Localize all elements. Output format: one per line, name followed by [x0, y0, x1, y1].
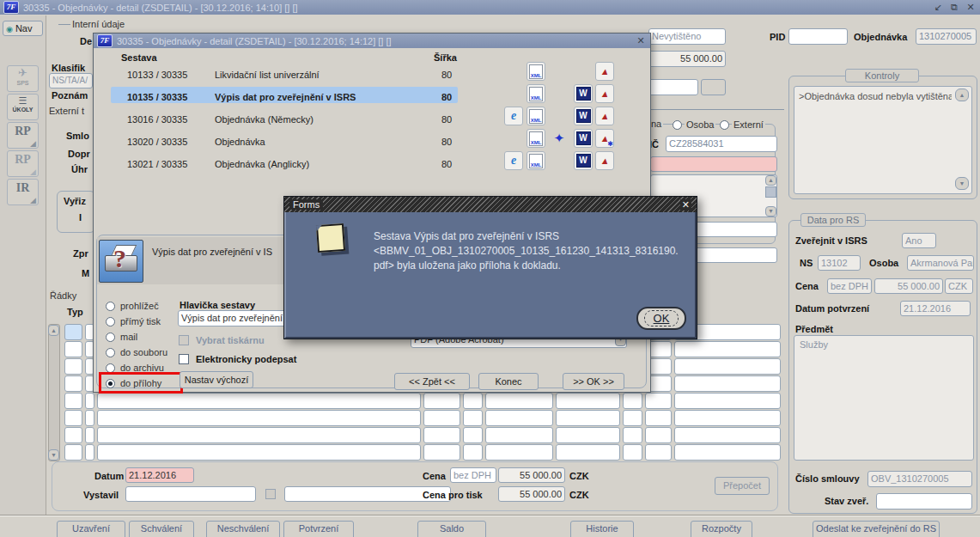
grid-cell[interactable] [674, 444, 781, 461]
grid-cell[interactable] [674, 341, 781, 357]
browser-icon[interactable]: e [504, 107, 523, 125]
grid-cell[interactable] [423, 393, 460, 409]
podepsat-checkbox[interactable] [179, 354, 189, 364]
amount-field[interactable]: 55 000.00 [648, 51, 726, 67]
grid-cell[interactable] [423, 427, 460, 443]
grid-cell[interactable] [64, 427, 82, 443]
cena-value-field[interactable]: 55 000.00 [498, 467, 565, 483]
footer-button-rozpocty[interactable]: Rozpočty [691, 521, 752, 537]
output-prohlizec-radio[interactable] [106, 302, 115, 311]
word-icon[interactable]: W [574, 84, 593, 103]
xml-icon[interactable]: XML [527, 107, 545, 125]
output-do-souboru-radio[interactable] [106, 348, 115, 357]
vystavil-field[interactable] [125, 486, 256, 502]
grid-cell[interactable] [623, 410, 642, 426]
listbox-scroll-down-icon[interactable]: ▼ [765, 206, 776, 217]
kontroly-list[interactable] [794, 86, 972, 194]
grid-cell[interactable] [674, 410, 781, 426]
grid-cell[interactable] [485, 393, 553, 409]
kontroly-scroll-up-icon[interactable]: ▲ [955, 88, 969, 101]
grid-cell[interactable] [64, 444, 82, 461]
grid-cell[interactable] [623, 427, 642, 443]
grid-cell[interactable] [85, 410, 94, 426]
ns-value-field[interactable]: 13102 [818, 255, 861, 271]
toolbar-button-ir[interactable]: IR ◢ [7, 179, 39, 205]
grid-cell[interactable] [85, 427, 94, 443]
nastav-vychozi-button[interactable]: Nastav výchozí [180, 371, 253, 388]
grid-cell[interactable] [97, 444, 421, 461]
grid-cell[interactable] [645, 444, 672, 461]
kontroly-scroll-down-icon[interactable]: ▼ [955, 177, 969, 190]
osoba-value-field[interactable]: Akrmanová Par [907, 255, 974, 271]
footer-button-schvaleni[interactable]: Schválení [129, 521, 194, 537]
grid-cell[interactable] [623, 393, 642, 409]
pid-field[interactable] [788, 28, 848, 45]
pdf-icon[interactable]: ▲ [595, 84, 614, 103]
grid-cell[interactable] [85, 444, 94, 461]
report-row-name[interactable]: Objednávka [215, 134, 265, 150]
dialog-close-icon[interactable]: ✕ [635, 35, 647, 46]
grid-cell[interactable] [64, 393, 82, 409]
externi-radio[interactable] [720, 120, 729, 130]
vybrat-tiskarnu-checkbox[interactable] [179, 335, 189, 345]
print-status-field[interactable]: Nevytištěno [648, 28, 726, 45]
confirm-date-field[interactable]: 21.12.2016 [900, 301, 971, 316]
grid-cell[interactable] [556, 410, 620, 426]
grid-cell[interactable] [674, 375, 781, 392]
publish-field[interactable]: Ano [902, 233, 936, 248]
toolbar-button-rp2[interactable]: RP ◢ [7, 150, 39, 177]
footer-button-neschvaleni[interactable]: Neschválení [206, 521, 280, 537]
dx-export-icon[interactable]: ✦ [550, 129, 569, 148]
footer-button-historie[interactable]: Historie [570, 521, 634, 537]
grid-cell[interactable] [85, 393, 94, 409]
xml-icon[interactable]: XML [527, 84, 545, 103]
grid-cell[interactable] [674, 393, 781, 409]
cena-mode-field[interactable]: bez DPH [450, 467, 496, 483]
grid-cell[interactable] [556, 427, 620, 443]
output-mail-radio[interactable] [106, 333, 115, 342]
grid-cell[interactable] [64, 375, 82, 392]
cena-tisk-value-field[interactable]: 55 000.00 [498, 486, 565, 502]
word-icon[interactable]: W [574, 151, 593, 170]
pdf-icon[interactable]: ▲ [595, 107, 614, 125]
footer-button-uzavreni[interactable]: Uzavření [57, 521, 125, 537]
grid-cell[interactable] [97, 410, 421, 426]
report-row-name[interactable]: Výpis dat pro zveřejnění v ISRS [215, 89, 356, 105]
nav-button[interactable]: ◉ Nav [3, 21, 43, 36]
grid-cell[interactable] [64, 410, 82, 426]
grid-cell[interactable] [674, 427, 781, 443]
grid-cell[interactable] [97, 393, 421, 409]
grid-cell[interactable] [485, 444, 553, 461]
grid-cell[interactable] [556, 444, 620, 461]
grid-cell[interactable] [64, 341, 82, 357]
predmet-textarea[interactable]: Služby [794, 335, 974, 461]
report-row-code[interactable]: 10133 / 30335 [127, 67, 187, 82]
report-row-code[interactable]: 13016 / 30335 [127, 112, 187, 127]
rs-currency-field[interactable]: CZK [945, 278, 973, 294]
grid-cell[interactable] [423, 444, 460, 461]
report-row-name[interactable]: Objednávka (Německy) [215, 112, 313, 127]
report-row-name[interactable]: Likvidační list univerzální [215, 67, 320, 82]
grid-cell[interactable] [674, 358, 781, 375]
grid-cell[interactable] [645, 393, 672, 409]
pdf-signed-icon[interactable]: ▲✱ [595, 129, 614, 148]
vystavil-checkbox[interactable] [265, 489, 276, 499]
dic-field[interactable]: CZ28584031 [666, 136, 777, 152]
restore-icon[interactable]: ⧉ [948, 2, 960, 13]
order-number-field[interactable]: 1310270005 [916, 28, 977, 45]
report-row-code[interactable]: 13020 / 30335 [127, 134, 187, 150]
grid-cell[interactable] [623, 444, 642, 461]
report-row-code[interactable]: 13021 / 30335 [127, 156, 187, 172]
contract-field[interactable]: OBV_1310270005 [867, 471, 972, 487]
ok-forward-button[interactable]: >> OK >> [563, 373, 624, 390]
report-row-name[interactable]: Objednávka (Anglicky) [215, 156, 309, 172]
grid-cell[interactable] [423, 410, 460, 426]
word-icon[interactable]: W [574, 107, 593, 125]
word-icon[interactable]: W [574, 129, 593, 148]
grid-cell[interactable] [645, 427, 672, 443]
grid-cell[interactable] [97, 427, 421, 443]
listbox-scroll-up-icon[interactable]: ▲ [765, 175, 776, 186]
xml-icon[interactable]: XML [527, 129, 545, 148]
rs-cena-value-field[interactable]: 55 000.00 [874, 278, 943, 294]
stav-field[interactable] [876, 493, 972, 510]
